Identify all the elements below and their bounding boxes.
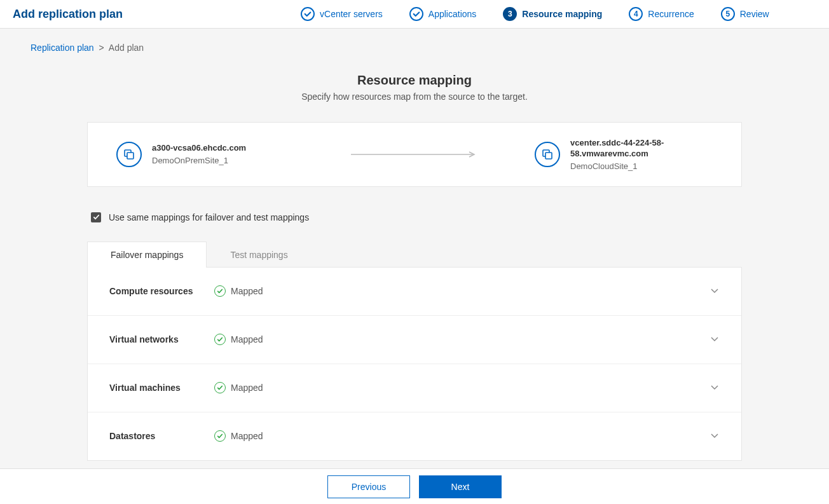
tab-test-mappings[interactable]: Test mappings bbox=[207, 242, 311, 268]
chevron-down-icon bbox=[709, 334, 720, 346]
status-text: Mapped bbox=[231, 383, 263, 393]
chevron-down-icon bbox=[709, 382, 720, 394]
status-text: Mapped bbox=[231, 334, 263, 344]
status-text: Mapped bbox=[231, 286, 263, 296]
step-number-icon: 5 bbox=[721, 7, 735, 21]
source-site: a300-vcsa06.ehcdc.com DemoOnPremSite_1 bbox=[116, 142, 294, 167]
mapping-status: Mapped bbox=[214, 285, 709, 297]
breadcrumb-current: Add plan bbox=[109, 43, 144, 53]
wizard-steps: vCenter servers Applications 3 Resource … bbox=[301, 7, 769, 21]
step-label: Recurrence bbox=[648, 9, 694, 19]
page-subtitle: Specify how resources map from the sourc… bbox=[15, 92, 814, 102]
breadcrumb-separator: > bbox=[99, 43, 104, 53]
target-site: vcenter.sddc-44-224-58-58.vmwarevmc.com … bbox=[535, 138, 713, 171]
chevron-down-icon bbox=[709, 430, 720, 442]
check-icon bbox=[214, 285, 226, 297]
mapping-label: Compute resources bbox=[109, 286, 214, 296]
tab-failover-mappings[interactable]: Failover mappings bbox=[87, 242, 207, 268]
wizard-title: Add replication plan bbox=[13, 8, 123, 21]
step-label: Review bbox=[740, 9, 769, 19]
main-content: Replication plan > Add plan Resource map… bbox=[0, 29, 829, 468]
mapping-row-compute-resources[interactable]: Compute resources Mapped bbox=[88, 268, 741, 316]
step-number-icon: 3 bbox=[503, 7, 517, 21]
wizard-header: Add replication plan vCenter servers App… bbox=[0, 0, 829, 29]
tab-panel-failover: Compute resources Mapped Virtual network… bbox=[87, 267, 742, 461]
page-title: Resource mapping bbox=[15, 73, 814, 88]
svg-rect-1 bbox=[127, 153, 134, 159]
mapping-label: Virtual machines bbox=[109, 383, 214, 393]
check-icon bbox=[214, 382, 226, 393]
target-site-name: vcenter.sddc-44-224-58-58.vmwarevmc.com bbox=[570, 138, 713, 160]
breadcrumb-parent-link[interactable]: Replication plan bbox=[31, 43, 94, 53]
step-review[interactable]: 5 Review bbox=[721, 7, 769, 21]
previous-button[interactable]: Previous bbox=[327, 475, 410, 498]
mapping-sites-card: a300-vcsa06.ehcdc.com DemoOnPremSite_1 v… bbox=[87, 122, 742, 187]
step-label: Applications bbox=[428, 9, 477, 19]
step-label: vCenter servers bbox=[320, 9, 383, 19]
mappings-tabs: Failover mappings Test mappings Compute … bbox=[87, 242, 742, 461]
checkbox-icon[interactable] bbox=[91, 212, 101, 222]
check-icon bbox=[301, 7, 315, 21]
mapping-row-datastores[interactable]: Datastores Mapped bbox=[88, 412, 741, 460]
arrow-icon bbox=[294, 151, 535, 158]
svg-rect-4 bbox=[545, 153, 552, 159]
step-label: Resource mapping bbox=[522, 9, 602, 19]
step-resource-mapping[interactable]: 3 Resource mapping bbox=[503, 7, 602, 21]
same-mappings-checkbox-row[interactable]: Use same mappings for failover and test … bbox=[87, 212, 742, 222]
mapping-status: Mapped bbox=[214, 430, 709, 442]
mapping-status: Mapped bbox=[214, 382, 709, 393]
source-site-label: DemoOnPremSite_1 bbox=[152, 156, 246, 165]
vcenter-icon bbox=[116, 142, 142, 167]
breadcrumb: Replication plan > Add plan bbox=[15, 29, 814, 59]
mapping-row-virtual-machines[interactable]: Virtual machines Mapped bbox=[88, 364, 741, 412]
mapping-label: Virtual networks bbox=[109, 334, 214, 344]
vcenter-icon bbox=[535, 142, 560, 167]
check-icon bbox=[214, 334, 226, 345]
target-site-label: DemoCloudSite_1 bbox=[570, 161, 713, 171]
status-text: Mapped bbox=[231, 431, 263, 441]
source-site-name: a300-vcsa06.ehcdc.com bbox=[152, 143, 246, 154]
step-applications[interactable]: Applications bbox=[409, 7, 477, 21]
step-vcenter-servers[interactable]: vCenter servers bbox=[301, 7, 383, 21]
mapping-status: Mapped bbox=[214, 334, 709, 345]
step-number-icon: 4 bbox=[629, 7, 643, 21]
checkbox-label: Use same mappings for failover and test … bbox=[109, 212, 309, 222]
next-button[interactable]: Next bbox=[419, 475, 502, 498]
chevron-down-icon bbox=[709, 285, 720, 297]
step-recurrence[interactable]: 4 Recurrence bbox=[629, 7, 694, 21]
wizard-footer: Previous Next bbox=[0, 468, 829, 504]
mapping-label: Datastores bbox=[109, 431, 214, 441]
check-icon bbox=[409, 7, 423, 21]
mapping-row-virtual-networks[interactable]: Virtual networks Mapped bbox=[88, 316, 741, 364]
check-icon bbox=[214, 430, 226, 442]
